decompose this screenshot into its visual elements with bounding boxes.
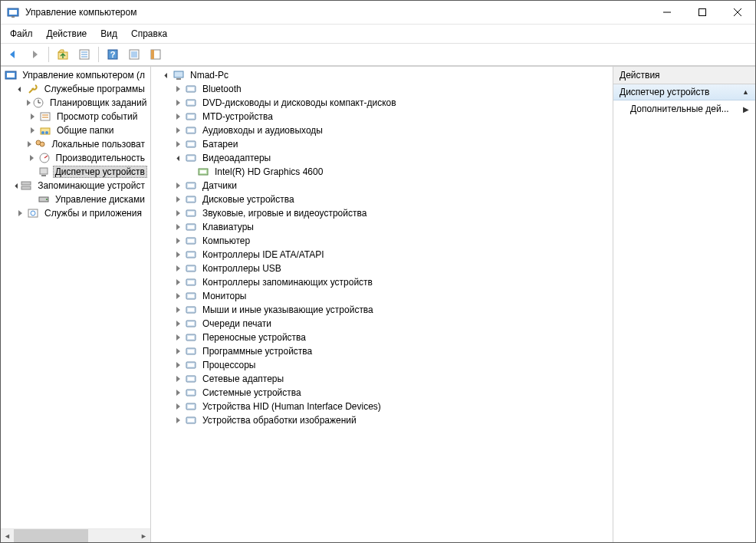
twisty-icon[interactable]: [173, 235, 183, 246]
menu-view[interactable]: Вид: [94, 27, 123, 41]
device-item[interactable]: Intel(R) HD Graphics 4600: [160, 165, 613, 179]
category-icon: [185, 124, 197, 137]
twisty-icon[interactable]: [173, 249, 183, 260]
svg-rect-59: [188, 198, 194, 201]
twisty-icon[interactable]: [173, 222, 183, 232]
tree-device-manager[interactable]: Диспетчер устройств: [2, 165, 150, 179]
tree-shared-folders[interactable]: Общие папки: [2, 123, 150, 137]
device-category[interactable]: Аудиовходы и аудиовыходы: [160, 123, 613, 137]
twisty-icon[interactable]: [173, 263, 183, 274]
twisty-icon[interactable]: [15, 208, 25, 219]
device-category[interactable]: Звуковые, игровые и видеоустройства: [160, 206, 613, 220]
twisty-icon[interactable]: [173, 415, 183, 426]
category-icon: [185, 152, 197, 164]
device-category[interactable]: Системные устройства: [160, 386, 613, 400]
show-hide-button[interactable]: [146, 45, 165, 64]
help-button[interactable]: ?: [104, 45, 122, 64]
device-category[interactable]: Очереди печати: [160, 317, 613, 331]
device-category[interactable]: Устройства обработки изображений: [160, 413, 613, 427]
twisty-icon[interactable]: [173, 97, 183, 108]
tree-services[interactable]: Службы и приложения: [2, 206, 150, 220]
refresh-button[interactable]: [125, 45, 143, 64]
tree-performance[interactable]: Производительность: [2, 151, 150, 165]
twisty-icon[interactable]: [15, 84, 25, 94]
actions-more[interactable]: Дополнительные дей... ▶: [613, 100, 755, 117]
twisty-icon[interactable]: [173, 304, 183, 315]
twisty-icon[interactable]: [15, 180, 18, 191]
scroll-thumb[interactable]: [14, 529, 88, 542]
device-category[interactable]: Сетевые адаптеры: [160, 372, 613, 386]
twisty-icon[interactable]: [27, 153, 37, 163]
twisty-icon[interactable]: [27, 125, 38, 136]
tree-root[interactable]: Управление компьютером (л: [2, 68, 150, 82]
device-category[interactable]: Мыши и иные указывающие устройства: [160, 303, 613, 317]
tree-label: Служебные программы: [42, 83, 147, 95]
menu-action[interactable]: Действие: [41, 27, 94, 41]
back-button[interactable]: [4, 45, 22, 64]
twisty-icon[interactable]: [27, 139, 32, 150]
twisty-icon[interactable]: [173, 374, 183, 384]
twisty-icon[interactable]: [173, 125, 183, 136]
device-category[interactable]: Контроллеры USB: [160, 262, 613, 275]
tree-system-tools[interactable]: Служебные программы: [2, 82, 150, 96]
twisty-icon[interactable]: [173, 277, 183, 288]
close-button[interactable]: [720, 1, 755, 24]
scroll-right-button[interactable]: ►: [137, 529, 150, 542]
device-tree[interactable]: Nmad-PcBluetoothDVD-дисководы и дисковод…: [151, 67, 613, 542]
up-button[interactable]: [54, 45, 72, 64]
menu-help[interactable]: Справка: [125, 27, 173, 41]
twisty-icon[interactable]: [27, 111, 38, 122]
twisty-icon[interactable]: [173, 208, 183, 219]
twisty-icon[interactable]: [173, 84, 183, 94]
twisty-icon[interactable]: [173, 318, 183, 329]
twisty-icon[interactable]: [173, 401, 183, 412]
scroll-track[interactable]: [14, 529, 137, 542]
twisty-icon[interactable]: [173, 360, 183, 370]
device-category[interactable]: Процессоры: [160, 358, 613, 372]
twisty-icon[interactable]: [173, 291, 183, 301]
twisty-icon[interactable]: [173, 139, 183, 150]
twisty-icon[interactable]: [173, 332, 183, 343]
device-root[interactable]: Nmad-Pc: [160, 68, 613, 82]
device-category[interactable]: Клавиатуры: [160, 220, 613, 234]
device-category[interactable]: Устройства HID (Human Interface Devices): [160, 400, 613, 413]
computer-icon: [173, 69, 185, 81]
device-category[interactable]: Контроллеры IDE ATA/ATAPI: [160, 248, 613, 262]
twisty-icon[interactable]: [173, 387, 183, 398]
device-category[interactable]: Bluetooth: [160, 82, 613, 96]
tree-event-viewer[interactable]: Просмотр событий: [2, 110, 150, 123]
toolbar-separator: [98, 47, 99, 62]
scroll-left-button[interactable]: ◄: [1, 529, 14, 542]
tree-task-scheduler[interactable]: Планировщик заданий: [2, 96, 150, 110]
device-category[interactable]: Мониторы: [160, 289, 613, 303]
tree-disk-mgmt[interactable]: Управление дисками: [2, 193, 150, 206]
tree-local-users[interactable]: Локальные пользоват: [2, 137, 150, 151]
actions-section[interactable]: Диспетчер устройств ▲: [613, 84, 755, 100]
device-category[interactable]: Компьютер: [160, 234, 613, 248]
twisty-icon[interactable]: [160, 70, 171, 81]
device-category[interactable]: Дисковые устройства: [160, 193, 613, 206]
minimize-button[interactable]: [649, 1, 685, 24]
twisty-icon[interactable]: [173, 111, 183, 122]
twisty-icon[interactable]: [173, 153, 183, 163]
device-category[interactable]: DVD-дисководы и дисководы компакт-дисков: [160, 96, 613, 110]
device-category[interactable]: Видеоадаптеры: [160, 151, 613, 165]
properties-button[interactable]: [75, 45, 94, 64]
twisty-icon[interactable]: [173, 180, 183, 191]
device-category[interactable]: Контроллеры запоминающих устройств: [160, 275, 613, 289]
twisty-icon[interactable]: [173, 194, 183, 205]
twisty-icon[interactable]: [27, 97, 31, 108]
scrollbar-horizontal[interactable]: ◄ ►: [1, 528, 150, 542]
device-category[interactable]: MTD-устройства: [160, 110, 613, 123]
menu-file[interactable]: Файл: [4, 27, 39, 41]
tree-storage[interactable]: Запоминающие устройст: [2, 179, 150, 193]
device-category[interactable]: Переносные устройства: [160, 331, 613, 344]
device-category[interactable]: Батареи: [160, 137, 613, 151]
twisty-icon[interactable]: [173, 346, 183, 357]
maximize-button[interactable]: [685, 1, 720, 24]
device-category[interactable]: Датчики: [160, 179, 613, 193]
forward-button[interactable]: [25, 45, 44, 64]
svg-rect-47: [188, 115, 194, 118]
device-category[interactable]: Программные устройства: [160, 344, 613, 358]
nav-tree[interactable]: Управление компьютером (л Служебные прог…: [1, 67, 150, 528]
